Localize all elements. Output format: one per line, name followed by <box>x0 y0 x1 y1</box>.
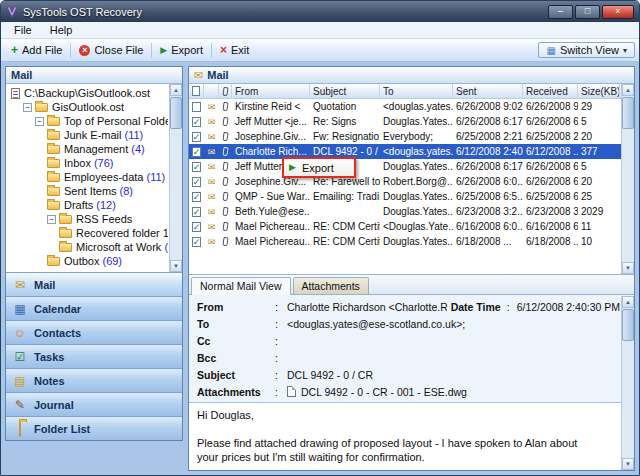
tree-item-outbox[interactable]: Outbox(69) <box>8 254 168 268</box>
menu-help[interactable]: Help <box>41 23 82 37</box>
checkbox-icon[interactable]: ✓ <box>192 132 202 142</box>
tree-item-drafts[interactable]: Drafts(12) <box>8 198 168 212</box>
column-header-sent[interactable]: Sent <box>453 84 523 98</box>
cell-checkbox[interactable]: ✓ <box>189 237 204 247</box>
tree-item-microsoft-at-work[interactable]: Microsoft at Work(18) <box>8 240 168 254</box>
column-attachment[interactable] <box>219 84 232 98</box>
switch-view-button[interactable]: ▦ Switch View ▾ <box>538 42 635 58</box>
tree-item-gisoutlook-ost[interactable]: −GisOutlook.ost <box>8 100 168 114</box>
nav-button-mail[interactable]: ✉Mail <box>6 272 182 296</box>
close-icon[interactable]: × <box>602 5 634 19</box>
expander-minus-icon[interactable]: − <box>35 117 44 126</box>
tab-normal-mail-view[interactable]: Normal Mail View <box>191 277 291 295</box>
column-header-to[interactable]: To <box>380 84 453 98</box>
tree-scrollbar[interactable]: ▲ ▼ <box>169 84 182 272</box>
toolbar-close-file-button[interactable]: ×Close File <box>73 42 149 58</box>
cell-checkbox[interactable]: ✓ <box>189 117 204 127</box>
checkbox-icon[interactable]: ✓ <box>192 207 202 217</box>
toolbar: +Add File×Close File▶Export×Exit ▦ Switc… <box>1 39 639 62</box>
checkbox-icon[interactable]: ✓ <box>192 147 202 157</box>
scroll-down-icon[interactable]: ▼ <box>622 458 634 470</box>
mail-row[interactable]: ✓✉Jeff Mutter <j...Douglas.Yates...6/26/… <box>189 159 621 174</box>
mail-row[interactable]: ✉Kirstine Reid <Quotation<douglas.yates.… <box>189 99 621 114</box>
cell-checkbox[interactable]: ✓ <box>189 132 204 142</box>
column-header-subject[interactable]: Subject <box>310 84 380 98</box>
tree-item-label: Recovered folder 1 <box>76 227 168 239</box>
tree-item-top-of-personal-folders[interactable]: −Top of Personal Folders(0) <box>8 114 168 128</box>
checkbox-icon[interactable]: ✓ <box>192 222 202 232</box>
mail-row[interactable]: ✓✉Mael Pichereau...RE: CDM Certifi...<Do… <box>189 219 621 234</box>
cell-checkbox[interactable] <box>189 102 204 112</box>
checkbox-icon[interactable]: ✓ <box>192 237 202 247</box>
scroll-down-icon[interactable]: ▼ <box>170 260 182 272</box>
nav-button-calendar[interactable]: ▦Calendar <box>6 296 182 320</box>
nav-button-contacts[interactable]: ☺Contacts <box>6 320 182 344</box>
tree-item-sent-items[interactable]: Sent Items(8) <box>8 184 168 198</box>
tree-item-management[interactable]: Management(4) <box>8 142 168 156</box>
toolbar-exit-button[interactable]: ×Exit <box>214 42 255 58</box>
envelope-icon: ✉ <box>208 117 216 127</box>
column-header-from[interactable]: From <box>232 84 310 98</box>
mail-row[interactable]: ✓✉Beth.Yule@ese...Douglas.Yates...6/23/2… <box>189 204 621 219</box>
tree-item-label: Outbox <box>64 255 99 267</box>
scroll-up-icon[interactable]: ▲ <box>170 84 182 96</box>
tree-item-recovered-folder-1[interactable]: Recovered folder 1(1) <box>8 226 168 240</box>
cell-checkbox[interactable]: ✓ <box>189 192 204 202</box>
attachment-file[interactable]: DCL 9492 - 0 - CR - 001 - ESE.dwg <box>287 386 620 398</box>
mail-row[interactable]: ✓✉QMP - Sue War...Emailing: Tradi...Doug… <box>189 189 621 204</box>
scroll-down-icon[interactable]: ▼ <box>622 262 634 274</box>
titlebar[interactable]: SysTools OST Recovery – □ × <box>1 1 639 22</box>
maximize-icon[interactable]: □ <box>575 5 600 19</box>
checkbox-icon[interactable]: ✓ <box>192 117 202 127</box>
tree-item-count: (11) <box>147 171 166 183</box>
cell-checkbox[interactable]: ✓ <box>189 207 204 217</box>
field-colon: : <box>507 301 517 313</box>
nav-button-folder-list[interactable]: Folder List <box>6 416 182 440</box>
expander-minus-icon[interactable]: − <box>47 215 56 224</box>
toolbar-add-file-button[interactable]: +Add File <box>5 42 68 58</box>
mail-row[interactable]: ✓✉Jeff Mutter <je...Re: SignsDouglas.Yat… <box>189 114 621 129</box>
mail-row[interactable]: ✓✉Josephine.Giv...Fw: Resignatio...Every… <box>189 129 621 144</box>
nav-button-tasks[interactable]: ☑Tasks <box>6 344 182 368</box>
scroll-up-icon[interactable]: ▲ <box>622 296 634 308</box>
column-message-icon[interactable] <box>204 84 219 98</box>
column-checkbox[interactable] <box>189 84 204 98</box>
context-menu-export[interactable]: Export <box>302 162 334 174</box>
tree-item-junk-e-mail[interactable]: Junk E-mail(11) <box>8 128 168 142</box>
scrollbar-thumb[interactable] <box>622 309 634 341</box>
tree-item-rss-feeds[interactable]: −RSS Feeds <box>8 212 168 226</box>
toolbar-export-button[interactable]: ▶Export <box>154 42 209 58</box>
nav-button-notes[interactable]: ▤Notes <box>6 368 182 392</box>
preview-scrollbar[interactable]: ▲ ▼ <box>621 296 634 470</box>
paperclip-icon <box>222 222 228 231</box>
paperclip-icon <box>222 132 228 141</box>
checkbox-icon[interactable]: ✓ <box>192 177 202 187</box>
tree-item-c-backup-gisoutlook-ost[interactable]: C:\Backup\GisOutlook.ost <box>8 86 168 100</box>
tab-attachments[interactable]: Attachments <box>293 277 369 294</box>
envelope-icon: ✉ <box>208 162 216 172</box>
menu-file[interactable]: File <box>5 23 41 37</box>
toolbar-button-label: Export <box>171 44 203 56</box>
nav-button-journal[interactable]: ✎Journal <box>6 392 182 416</box>
cell-checkbox[interactable]: ✓ <box>189 147 204 157</box>
tree-item-inbox[interactable]: Inbox(76) <box>8 156 168 170</box>
paperclip-icon <box>222 192 228 201</box>
cell-checkbox[interactable]: ✓ <box>189 162 204 172</box>
cell-checkbox[interactable]: ✓ <box>189 222 204 232</box>
expander-minus-icon[interactable]: − <box>23 103 32 112</box>
checkbox-icon[interactable]: ✓ <box>192 162 202 172</box>
list-scrollbar[interactable]: ▲ ▼ <box>621 84 634 274</box>
minimize-icon[interactable]: – <box>548 5 573 19</box>
mail-row[interactable]: ✓✉Josephine.Giv...Re: Farewell to...Robe… <box>189 174 621 189</box>
tree-item-employees-data[interactable]: Employees-data(11) <box>8 170 168 184</box>
scroll-up-icon[interactable]: ▲ <box>622 84 634 96</box>
mail-row[interactable]: ✓✉Mael Pichereau...RE: CDM Certifi...Dou… <box>189 234 621 249</box>
checkbox-icon[interactable] <box>192 102 201 112</box>
column-header-received[interactable]: Received <box>523 84 578 98</box>
scrollbar-thumb[interactable] <box>170 97 182 129</box>
mail-row[interactable]: ✓✉Charlotte Rich...DCL 9492 - 0 / CR<dou… <box>189 144 621 159</box>
scrollbar-thumb[interactable] <box>622 97 634 129</box>
cell-checkbox[interactable]: ✓ <box>189 177 204 187</box>
column-header-size-kb[interactable]: Size(KB) <box>578 84 620 98</box>
checkbox-icon[interactable]: ✓ <box>192 192 202 202</box>
